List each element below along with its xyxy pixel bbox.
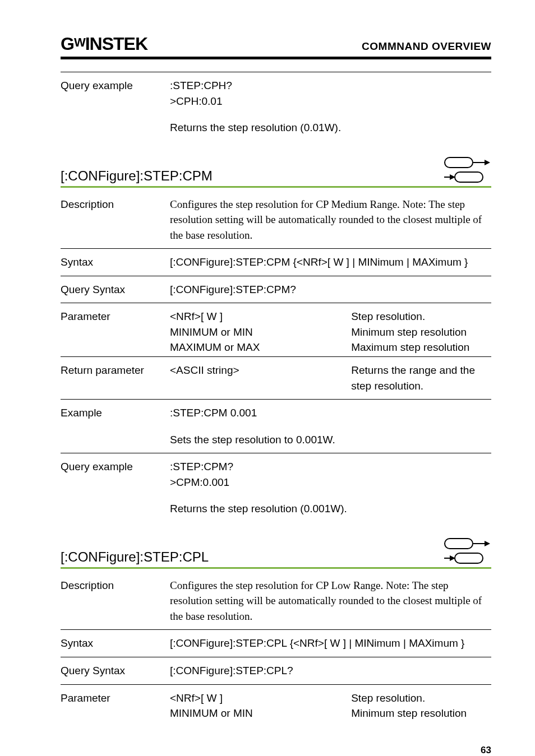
logo-g: G xyxy=(61,34,74,54)
page-header: GWINSTEK COMMNAND OVERVIEW xyxy=(61,34,491,54)
set-query-icon-cpl xyxy=(444,538,491,565)
cpl-param-min-desc: Minimum step resolution xyxy=(351,706,488,721)
query-example-returns: Returns the step resolution (0.01W). xyxy=(170,114,491,141)
set-icon xyxy=(444,157,489,168)
query-example-value: :STEP:CPH? >CPH:0.01 xyxy=(170,72,491,115)
cpm-query-syntax-text: [:CONFigure]:STEP:CPM? xyxy=(170,276,491,303)
cpl-table: Description Configures the step resoluti… xyxy=(61,572,491,722)
cpl-syntax-text: [:CONFigure]:STEP:CPL {<NRf>[ W ] | MINi… xyxy=(170,630,491,657)
set-query-icon xyxy=(444,157,491,184)
cpl-query-syntax-text: [:CONFigure]:STEP:CPL? xyxy=(170,657,491,685)
cpm-syntax-label: Syntax xyxy=(61,249,170,276)
cpm-param-min: MINIMUM or MIN xyxy=(170,324,351,340)
cpm-query-example-line1: :STEP:CPM? xyxy=(170,459,488,475)
logo: GWINSTEK xyxy=(61,34,147,54)
cpl-description-label: Description xyxy=(61,572,170,630)
query-example-line2: >CPH:0.01 xyxy=(170,94,488,109)
section-cpl-title: [:CONFigure]:STEP:CPL xyxy=(61,549,209,565)
cpl-param-min: MINIMUM or MIN xyxy=(170,706,351,721)
page-number: 63 xyxy=(61,745,491,756)
set-icon-cpl xyxy=(444,538,489,549)
breadcrumb: COMMNAND OVERVIEW xyxy=(362,40,491,53)
cpm-example-text: :STEP:CPM 0.001 xyxy=(170,400,491,426)
cpl-description-text: Configures the step resolution for CP Lo… xyxy=(170,572,491,630)
cpm-return-param-val: <ASCII string> xyxy=(170,363,351,393)
header-rule xyxy=(61,57,491,59)
cpm-return-param-desc: Returns the range and the step resolutio… xyxy=(351,363,488,393)
cpm-returns-text: Returns the step resolution (0.001W). xyxy=(170,495,491,522)
cpm-parameter-label: Parameter xyxy=(61,303,170,357)
cpm-table: Description Configures the step resoluti… xyxy=(61,191,491,522)
cpm-return-param-label: Return parameter xyxy=(61,357,170,400)
cpm-param-max: MAXIMUM or MAX xyxy=(170,340,351,355)
section-cpm-title: [:CONFigure]:STEP:CPM xyxy=(61,168,213,184)
logo-suffix: INSTEK xyxy=(85,34,147,54)
top-query-table: Query example :STEP:CPH? >CPH:0.01 Retur… xyxy=(61,72,491,141)
cpm-query-example-label: Query example xyxy=(61,453,170,496)
cpm-syntax-text: [:CONFigure]:STEP:CPM {<NRf>[ W ] | MINi… xyxy=(170,249,491,276)
cpl-syntax-label: Syntax xyxy=(61,630,170,657)
logo-w: W xyxy=(74,35,85,50)
cpm-description-label: Description xyxy=(61,191,170,249)
cpm-param-nrf-desc: Step resolution. xyxy=(351,309,488,324)
cpm-param-min-desc: Minimum step resolution xyxy=(351,324,488,340)
cpm-query-syntax-label: Query Syntax xyxy=(61,276,170,303)
cpl-param-nrf-desc: Step resolution. xyxy=(351,690,488,706)
cpm-query-example-line2: >CPM:0.001 xyxy=(170,475,488,490)
section-cpm-title-row: [:CONFigure]:STEP:CPM xyxy=(61,157,491,188)
cpm-param-max-desc: Maximum step resolution xyxy=(351,340,488,355)
query-example-label: Query example xyxy=(61,72,170,115)
section-cpl-title-row: [:CONFigure]:STEP:CPL xyxy=(61,538,491,569)
cpl-parameter-label: Parameter xyxy=(61,684,170,722)
cpm-param-nrf: <NRf>[ W ] xyxy=(170,309,351,324)
cpm-example-label: Example xyxy=(61,400,170,426)
query-example-line1: :STEP:CPH? xyxy=(170,78,488,94)
query-icon xyxy=(444,171,489,183)
cpm-description-text: Configures the step resolution for CP Me… xyxy=(170,191,491,249)
cpm-example-desc: Sets the step resolution to 0.001W. xyxy=(170,426,491,453)
query-icon-cpl xyxy=(444,553,489,564)
cpl-query-syntax-label: Query Syntax xyxy=(61,657,170,685)
cpl-param-nrf: <NRf>[ W ] xyxy=(170,690,351,706)
